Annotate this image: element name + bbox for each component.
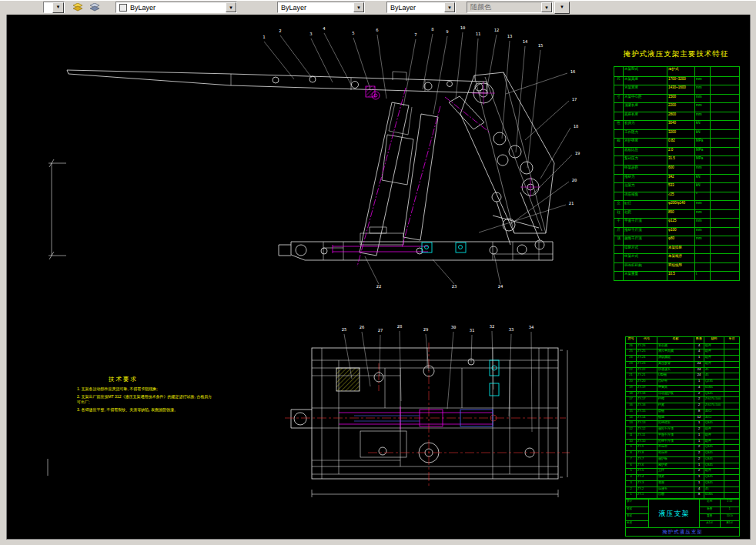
tech-table-cell: mm [694, 209, 710, 219]
parts-table-cell: 1 [694, 420, 704, 426]
parts-table-cell [724, 361, 739, 367]
parts-table-cell: 侧护板 [657, 456, 694, 463]
parts-table-cell: 2 [694, 456, 704, 463]
parts-table-cell [724, 373, 739, 379]
layer-properties-button[interactable] [88, 2, 101, 13]
parts-table-cell: ZY-2 [636, 486, 657, 493]
title-block-cell: 审核 [626, 513, 648, 520]
layer-stack-icon [89, 3, 100, 12]
parts-table-cell [724, 385, 739, 391]
parts-table-cell: 组件 [704, 349, 724, 355]
tech-table-cell: 1700~3200 [667, 76, 694, 85]
chevron-down-icon[interactable]: ▼ [226, 2, 236, 12]
parts-table-cell: 组件 [704, 439, 724, 445]
parts-table-cell: 17 [626, 396, 636, 403]
tech-table-cell [614, 112, 623, 121]
tech-table-cell: 600 [667, 165, 694, 174]
toolbar-extra-button[interactable]: ▼ [554, 2, 570, 14]
tech-table-cell: MPa [694, 155, 710, 165]
tech-table-cell: 移架方式 [623, 253, 667, 262]
parts-table-cell: 平衡千斤顶 [657, 433, 694, 439]
parts-table-cell: 25 [626, 349, 636, 355]
title-block: 设计校核审核批准 液压支架 比例1:10数量1重量10.5t共1张第1张 掩护式… [625, 499, 740, 537]
color-control[interactable]: ByLayer ▼ [115, 2, 237, 13]
parts-table-cell: 高压胶管 [657, 361, 694, 367]
chevron-down-icon[interactable]: ▼ [52, 2, 64, 13]
parts-table-cell: 3 [626, 480, 636, 486]
parts-table-cell: 1 [626, 492, 636, 498]
parts-table-cell [724, 396, 739, 403]
parts-table-cell: 2 [694, 396, 704, 403]
tech-table-cell [710, 138, 739, 147]
title-block-cell: 10.5t [720, 513, 740, 520]
tech-table-cell: 533 [667, 182, 694, 192]
lineweight-control[interactable]: ByLayer ▼ [386, 2, 456, 13]
tech-table-cell: 柱 [614, 209, 623, 219]
tech-table-cell [614, 245, 623, 254]
parts-table-cell: 4 [694, 385, 704, 391]
tech-table-cell: φ100 [667, 227, 694, 236]
parts-table-cell: ZY-8 [636, 450, 657, 456]
parts-table-header-cell: 序号 [626, 337, 636, 343]
parts-table-cell [724, 450, 739, 456]
title-block-cell: 1:10 [720, 500, 740, 507]
tech-table-cell: 性 [614, 120, 623, 129]
tech-table-cell: 1430~1600 [667, 85, 694, 94]
parts-table-cell: 65Mn [704, 385, 724, 391]
parts-table-cell: 活动侧护板 [657, 391, 694, 397]
tech-table-cell [710, 155, 739, 165]
title-block-cell: 比例 [700, 500, 720, 507]
mini-dropdown[interactable]: ▼ [43, 2, 65, 13]
title-block-cell: 批准 [626, 520, 648, 527]
technical-requirement-item: 3. 各焊缝应平整, 不得有裂纹、夹渣等缺陷, 表面涂防锈漆。 [77, 407, 214, 413]
title-block-cell: 重量 [700, 513, 720, 520]
linetype-control[interactable]: ByLayer ▼ [277, 2, 365, 13]
parts-table-cell: 45 [704, 373, 724, 379]
tech-table-cell [614, 85, 623, 94]
tech-table-cell [710, 174, 739, 183]
parts-table-cell: ZY-22 [636, 367, 657, 373]
tech-table-cell [694, 253, 710, 262]
parts-table-cell: 15 [626, 409, 636, 415]
make-layer-current-button[interactable] [71, 2, 84, 13]
tech-table-cell: 顶梁长度 [623, 102, 667, 112]
application-window: ▼ ByLayer ▼ ByLayer ▼ ByLayer ▼ [0, 0, 756, 545]
parts-table-cell: 弹簧筒 [657, 385, 694, 391]
parts-table-cell: 21 [626, 373, 636, 379]
plotstyle-control[interactable]: 随颜色 ▼ [467, 2, 553, 13]
tech-table-cell: kN [694, 174, 710, 183]
parts-table-cell: 销轴 [657, 415, 694, 421]
parts-table-cell: 4 [626, 474, 636, 480]
parts-table-cell [724, 409, 739, 415]
parts-table-cell: ZY-6 [636, 463, 657, 469]
chevron-down-icon[interactable]: ▼ [541, 2, 552, 12]
parts-table-header-cell: 备注 [724, 337, 739, 343]
parts-list-table: 序号代号名称数量材料备注26ZY-26安全阀4组件25ZY-25液控单向阀4组件… [625, 336, 740, 499]
tech-table-cell: 顶 [614, 236, 623, 245]
parts-table-cell: 4 [694, 349, 704, 355]
parts-table-cell: 8 [694, 492, 704, 498]
parts-table-cell: 2 [694, 468, 704, 474]
tech-table-cell [710, 129, 739, 139]
chevron-down-icon[interactable]: ▼ [353, 2, 364, 12]
chevron-down-icon[interactable]: ▼ [444, 2, 455, 12]
parts-table-cell [724, 474, 739, 480]
parts-table-cell: 2 [694, 391, 704, 397]
parts-table-cell: 2 [694, 444, 704, 450]
tech-table-cell [614, 165, 623, 174]
tech-table-cell [694, 262, 710, 272]
tech-table-cell [710, 253, 739, 262]
title-block-cell: 数量 [700, 507, 720, 513]
tech-table-cell: MPa [694, 147, 710, 156]
parts-table-header-cell: 数量 [694, 337, 704, 343]
parts-table-cell: 45 [704, 486, 724, 493]
parts-table-cell: 1 [694, 439, 704, 445]
tech-table-cell: 平衡千斤顶 [623, 218, 667, 227]
color-swatch [119, 4, 127, 12]
parts-table-cell: Q345 [704, 463, 724, 469]
tech-table-cell [614, 174, 623, 183]
tech-table-cell: 推移千斤顶 [623, 227, 667, 236]
tech-table-cell [710, 227, 739, 236]
parts-table-cell: 掩护梁 [657, 463, 694, 469]
tech-table-cell: 拉架力 [623, 182, 667, 192]
